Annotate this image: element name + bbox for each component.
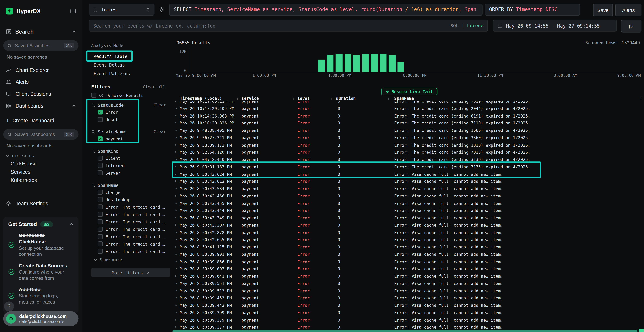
- filter-option[interactable]: dns.lookup: [91, 196, 167, 203]
- table-row[interactable]: >May 26 8:50:42.878 PMpaymentError0Error…: [172, 229, 644, 236]
- clear-filter-link[interactable]: Clear: [154, 129, 167, 134]
- filter-checkbox[interactable]: [98, 156, 103, 161]
- filter-checkbox[interactable]: ✓: [98, 136, 103, 141]
- filter-option[interactable]: Error: The credit card …: [91, 203, 167, 210]
- table-row[interactable]: >May 26 8:50:39.513 PMpaymentError0Error…: [172, 287, 644, 294]
- table-row[interactable]: >May 26 8:50:39.856 PMpaymentError0Error…: [172, 258, 644, 266]
- column-header-level[interactable]: level: [296, 95, 329, 102]
- analysis-mode-option[interactable]: Event Deltas: [91, 60, 167, 69]
- filter-checkbox[interactable]: [98, 249, 103, 254]
- table-row[interactable]: >May 26 10:10:39.836 PMpaymentError0Erro…: [172, 120, 644, 127]
- filter-option[interactable]: Client: [91, 154, 167, 162]
- histogram-bar[interactable]: [336, 54, 342, 72]
- chevron-up-icon[interactable]: [72, 30, 76, 34]
- scrollbar-thumb[interactable]: [172, 330, 638, 332]
- table-row[interactable]: >May 26 8:50:43.455 PMpaymentError0Error…: [172, 200, 644, 207]
- saved-dashboards-input[interactable]: Saved Dashboards ⌘K: [3, 129, 78, 140]
- table-row[interactable]: >May 26 9:33:09.173 PMpaymentError0Error…: [172, 142, 644, 149]
- table-row[interactable]: >May 26 9:36:27.311 PMpaymentError0Error…: [172, 134, 644, 142]
- table-row[interactable]: >May 26 8:50:39.379 PMpaymentError0Error…: [172, 316, 644, 324]
- table-row[interactable]: >May 26 9:03:31.187 PMpaymentError0Error…: [172, 163, 644, 171]
- table-row[interactable]: >May 26 8:50:39.442 PMpaymentError0Error…: [172, 302, 644, 309]
- run-query-button[interactable]: ▷: [621, 20, 642, 32]
- source-settings-button[interactable]: [158, 6, 164, 12]
- table-row[interactable]: >May 26 8:50:39.692 PMpaymentError0Error…: [172, 266, 644, 273]
- get-started-item[interactable]: Connect to ClickHouseSet up your databas…: [8, 232, 74, 257]
- table-row[interactable]: >May 26 8:50:43.534 PMpaymentError0Error…: [172, 185, 644, 192]
- histogram-bar[interactable]: [344, 54, 351, 72]
- filter-checkbox[interactable]: [98, 204, 103, 210]
- table-row[interactable]: >May 26 8:50:39.551 PMpaymentError0Error…: [172, 280, 644, 287]
- filter-option[interactable]: Error: The credit card …: [91, 248, 167, 255]
- preset-item-services[interactable]: Services: [0, 168, 82, 176]
- table-row[interactable]: >May 26 8:50:43.307 PMpaymentError0Error…: [172, 222, 644, 229]
- create-dashboard-button[interactable]: + Create Dashboard: [0, 115, 82, 126]
- histogram-bar[interactable]: [371, 54, 378, 72]
- table-row[interactable]: >May 26 10:14:36.963 PMpaymentError0Erro…: [172, 112, 644, 120]
- chevron-up-icon[interactable]: [72, 104, 76, 108]
- filter-option[interactable]: Error: The credit card …: [91, 226, 167, 233]
- table-row[interactable]: >May 26 9:32:54.120 PMpaymentError0Error…: [172, 149, 644, 156]
- filter-option[interactable]: Error: The credit card …: [91, 233, 167, 240]
- column-separator-icon[interactable]: ⋮: [329, 95, 334, 102]
- filter-option[interactable]: Error: The credit card …: [91, 211, 167, 218]
- table-row[interactable]: >May 26 9:04:18.410 PMpaymentError0Error…: [172, 156, 644, 163]
- column-header-duration[interactable]: duration: [334, 95, 386, 102]
- column-separator-icon[interactable]: ⋮: [291, 95, 296, 102]
- sidebar-item-alerts[interactable]: Alerts: [0, 76, 82, 88]
- column-header-timestamp[interactable]: Timestamp (Local): [178, 95, 235, 102]
- orderby-editor[interactable]: ORDER BY Timestamp DESC: [484, 4, 580, 16]
- sidebar-collapse-button[interactable]: [70, 8, 76, 14]
- saved-searches-input[interactable]: Saved Searches ⌘K: [3, 40, 78, 51]
- sidebar-item-search[interactable]: Search: [0, 26, 82, 38]
- filter-checkbox[interactable]: [98, 197, 103, 202]
- filter-option[interactable]: Error: The credit card …: [91, 218, 167, 226]
- filter-checkbox[interactable]: [98, 227, 103, 232]
- table-row[interactable]: >May 26 8:50:43.444 PMpaymentError0Error…: [172, 207, 644, 214]
- column-settings-icon[interactable]: ⋮: [638, 95, 644, 102]
- filter-option[interactable]: Server: [91, 169, 167, 176]
- source-select[interactable]: Traces: [89, 4, 154, 16]
- lucene-mode-toggle[interactable]: Lucene: [467, 23, 483, 28]
- histogram-bar[interactable]: [380, 54, 386, 72]
- histogram-bar[interactable]: [353, 54, 360, 72]
- filter-checkbox[interactable]: [98, 219, 103, 224]
- denoise-option[interactable]: Denoise Results: [91, 92, 167, 99]
- filter-option[interactable]: Unset: [91, 116, 167, 123]
- more-filters-button[interactable]: More filters: [91, 268, 170, 277]
- sidebar-item-team-settings[interactable]: Team Settings: [0, 198, 82, 210]
- table-row[interactable]: >May 26 10:17:29.105 PMpaymentError0Erro…: [172, 105, 644, 112]
- table-row[interactable]: >May 26 8:50:43.613 PMpaymentError0Error…: [172, 178, 644, 185]
- filter-checkbox[interactable]: [98, 163, 103, 168]
- alerts-button[interactable]: Alerts: [615, 4, 642, 16]
- column-header-service[interactable]: service: [240, 95, 291, 102]
- filter-checkbox[interactable]: [98, 190, 103, 195]
- column-separator-icon[interactable]: ⋮: [386, 95, 391, 102]
- table-row[interactable]: >May 26 8:50:39.901 PMpaymentError0Error…: [172, 251, 644, 258]
- table-row[interactable]: >May 26 8:50:41.115 PMpaymentError0Error…: [172, 244, 644, 251]
- table-row[interactable]: >May 26 8:50:42.655 PMpaymentError0Error…: [172, 236, 644, 244]
- denoise-checkbox[interactable]: [91, 93, 96, 98]
- preset-item-kubernetes[interactable]: Kubernetes: [0, 176, 82, 184]
- table-row[interactable]: >May 26 8:50:39.399 PMpaymentError0Error…: [172, 309, 644, 316]
- column-separator-icon[interactable]: ⋮: [235, 95, 240, 102]
- filter-option[interactable]: ✓Error: [91, 108, 167, 116]
- table-row[interactable]: >May 26 8:50:43.624 PMpaymentError0Error…: [172, 171, 644, 178]
- sidebar-item-dashboards[interactable]: Dashboards: [0, 100, 82, 112]
- sidebar-item-client-sessions[interactable]: Client Sessions: [0, 88, 82, 100]
- column-header-spanname[interactable]: SpanName: [391, 95, 638, 102]
- show-more-link[interactable]: Show more: [91, 256, 167, 263]
- filter-checkbox[interactable]: [98, 234, 103, 239]
- sql-editor[interactable]: SELECT Timestamp, ServiceName as service…: [169, 4, 483, 16]
- table-row[interactable]: >May 26 8:50:43.349 PMpaymentError0Error…: [172, 214, 644, 222]
- sidebar-item-chart-explorer[interactable]: Chart Explorer: [0, 64, 82, 76]
- table-row[interactable]: >May 26 8:50:39.453 PMpaymentError0Error…: [172, 294, 644, 302]
- search-input[interactable]: Search your events w/ Lucene ex. column:…: [89, 20, 488, 32]
- table-row[interactable]: >May 26 9:48:38.405 PMpaymentError0Error…: [172, 127, 644, 134]
- user-chip[interactable]: D dale@clickhouse.com dale@clickhouse.co…: [3, 311, 78, 326]
- table-row[interactable]: >May 26 8:50:43.466 PMpaymentError0Error…: [172, 192, 644, 200]
- filter-option[interactable]: Internal: [91, 162, 167, 169]
- get-started-item[interactable]: Create Data SourcesConfigure where your …: [8, 263, 74, 281]
- presets-toggle[interactable]: PRESETS: [0, 152, 82, 160]
- filter-checkbox[interactable]: ✓: [98, 110, 103, 115]
